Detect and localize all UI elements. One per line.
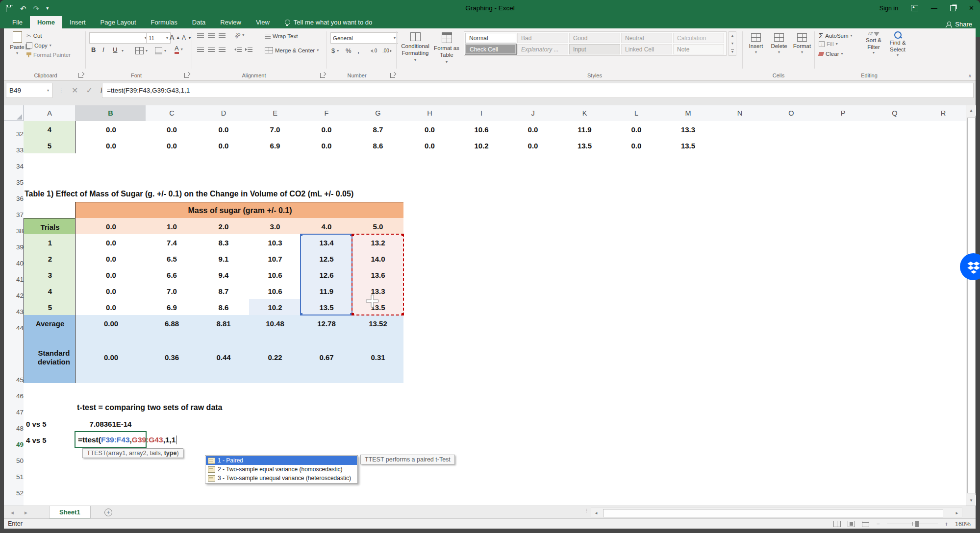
cell-K47[interactable]	[558, 399, 611, 416]
cell-D43[interactable]: 8.6	[198, 299, 250, 316]
cell-A49[interactable]: 4 vs 5	[24, 432, 78, 449]
cell-B41[interactable]: 0.0	[75, 266, 147, 284]
cell-K51[interactable]	[558, 464, 611, 481]
cell-I52[interactable]	[455, 480, 508, 497]
cell-N47[interactable]	[714, 399, 766, 416]
cell-G36[interactable]	[352, 186, 404, 203]
currency-button[interactable]: $▾	[331, 47, 339, 54]
cell-L49[interactable]	[610, 432, 663, 449]
insert-cells-button[interactable]: Insert▾	[746, 33, 766, 54]
cell-N49[interactable]	[714, 432, 766, 449]
column-header-L[interactable]: L	[610, 105, 663, 121]
cell-K52[interactable]	[558, 480, 611, 497]
style-input[interactable]: Input	[569, 44, 620, 54]
new-sheet-icon[interactable]: +	[104, 509, 112, 516]
cell-G38[interactable]: 5.0	[352, 218, 404, 235]
scroll-up-icon[interactable]: ▲	[966, 105, 976, 116]
cell-J53[interactable]	[507, 496, 559, 506]
tab-page-layout[interactable]: Page Layout	[93, 16, 144, 28]
style-neutral[interactable]: Neutral	[621, 33, 672, 43]
cell-P39[interactable]	[817, 234, 870, 251]
alignment-dialog-launcher-icon[interactable]	[320, 73, 325, 78]
cell-N38[interactable]	[714, 218, 766, 235]
cell-P47[interactable]	[817, 399, 870, 416]
comma-button[interactable]: ,	[357, 46, 359, 54]
bold-button[interactable]: B	[91, 46, 96, 53]
format-cells-button[interactable]: Format▾	[791, 33, 813, 54]
scroll-left-icon[interactable]: ◄	[592, 509, 600, 516]
cell-I46[interactable]	[455, 383, 508, 400]
cell-O50[interactable]	[765, 448, 818, 465]
cell-K44[interactable]	[558, 315, 611, 332]
cell-G35[interactable]	[352, 170, 404, 187]
cell-G34[interactable]	[352, 153, 404, 170]
cell-L51[interactable]	[610, 464, 663, 481]
ribbon-display-options-icon[interactable]	[911, 5, 918, 11]
cell-Q41[interactable]	[869, 266, 921, 284]
cell-H37[interactable]	[403, 202, 456, 219]
cell-B43[interactable]: 0.0	[75, 299, 147, 316]
cell-L53[interactable]	[610, 496, 663, 506]
style-linked-cell[interactable]: Linked Cell	[621, 44, 672, 54]
cell-I37[interactable]	[455, 202, 508, 219]
cell-E33[interactable]: 6.9	[249, 137, 302, 155]
cell-G33[interactable]: 8.6	[352, 137, 404, 155]
cell-J45[interactable]	[507, 331, 559, 384]
cell-O36[interactable]	[765, 186, 818, 203]
cell-B51[interactable]	[75, 464, 147, 481]
cell-O52[interactable]	[765, 480, 818, 497]
cell-E43[interactable]: 10.2	[249, 299, 302, 316]
cell-I36[interactable]	[455, 186, 508, 203]
cell-J38[interactable]	[507, 218, 559, 235]
cell-R40[interactable]	[920, 250, 966, 267]
collapse-ribbon-icon[interactable]: ∧	[968, 73, 972, 78]
column-header-H[interactable]: H	[403, 105, 456, 121]
cell-R43[interactable]	[920, 299, 966, 316]
cell-C51[interactable]	[146, 464, 199, 481]
cell-C38[interactable]: 1.0	[146, 218, 199, 235]
cell-O32[interactable]	[765, 121, 818, 138]
cell-M48[interactable]	[662, 415, 715, 433]
cell-M51[interactable]	[662, 464, 715, 481]
cell-K36[interactable]	[558, 186, 611, 203]
grow-font-button[interactable]: A▲	[170, 33, 180, 41]
cell-A43[interactable]: 5	[24, 299, 76, 316]
cell-D40[interactable]: 9.1	[198, 250, 250, 267]
cell-H45[interactable]	[403, 331, 456, 384]
cell-L32[interactable]: 0.0	[610, 121, 663, 138]
cell-J50[interactable]	[507, 448, 559, 465]
cell-Q39[interactable]	[869, 234, 921, 251]
paste-button[interactable]: Paste ▾	[8, 31, 26, 55]
cell-Q43[interactable]	[869, 299, 921, 316]
cell-K41[interactable]	[558, 266, 611, 284]
column-header-I[interactable]: I	[455, 105, 508, 121]
cell-O42[interactable]	[765, 283, 818, 300]
cell-J51[interactable]	[507, 464, 559, 481]
zoom-level[interactable]: 160%	[955, 521, 971, 528]
cell-F53[interactable]	[301, 496, 353, 506]
vertical-scrollbar[interactable]: ▲ ▼	[966, 105, 976, 506]
cell-P44[interactable]	[817, 315, 870, 332]
cell-J52[interactable]	[507, 480, 559, 497]
cell-F32[interactable]: 0.0	[301, 121, 353, 138]
cell-K33[interactable]: 13.5	[558, 137, 611, 155]
cell-A35[interactable]	[24, 170, 76, 187]
cell-O33[interactable]	[765, 137, 818, 154]
cell-P48[interactable]	[817, 415, 870, 433]
cell-A38[interactable]: Trials	[24, 218, 76, 236]
cell-R35[interactable]	[920, 170, 966, 187]
cell-M52[interactable]	[662, 480, 715, 497]
cell-D45[interactable]: 0.44	[198, 331, 250, 384]
cell-N34[interactable]	[714, 153, 766, 170]
number-dialog-launcher-icon[interactable]	[390, 73, 395, 78]
cell-E47[interactable]	[249, 399, 302, 416]
cancel-icon[interactable]: ✕	[72, 86, 78, 95]
style-note[interactable]: Note	[673, 44, 724, 54]
cell-K35[interactable]	[558, 170, 611, 187]
cell-I49[interactable]	[455, 432, 508, 449]
cell-Q44[interactable]	[869, 315, 921, 332]
cell-L39[interactable]	[610, 234, 663, 251]
cell-Q38[interactable]	[869, 218, 921, 235]
copy-button[interactable]: Copy▾	[26, 42, 51, 48]
cell-A34[interactable]	[24, 153, 76, 170]
